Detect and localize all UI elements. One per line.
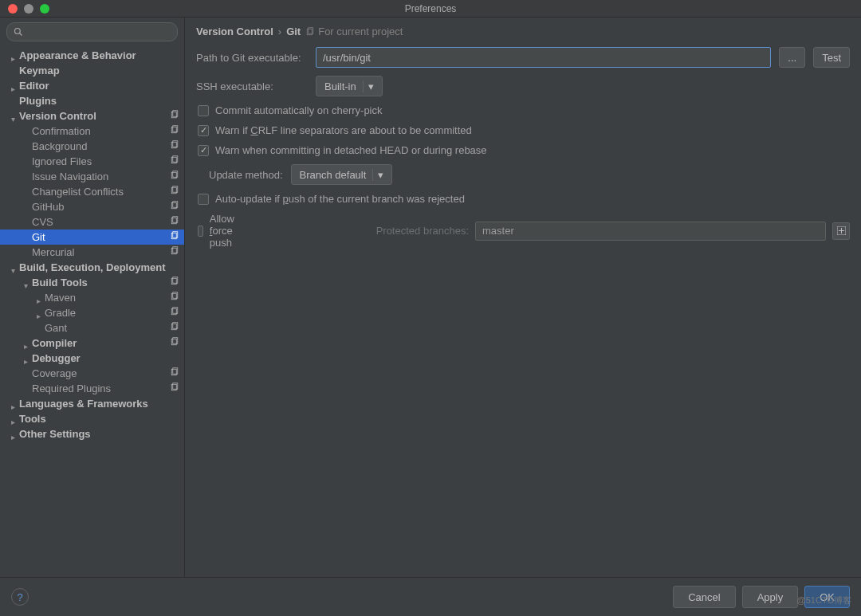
search-input[interactable]: [28, 26, 171, 38]
tree-item-git[interactable]: Git: [0, 230, 184, 245]
tree-item-plugins[interactable]: Plugins: [0, 93, 184, 108]
tree-label: Build, Execution, Deployment: [19, 261, 179, 273]
tree-item-debugger[interactable]: Debugger: [0, 351, 184, 366]
git-path-input[interactable]: [316, 47, 771, 68]
tree-item-build-tools[interactable]: Build Tools: [0, 275, 184, 290]
tree-label: Keymap: [19, 65, 179, 77]
project-scope-icon: [170, 337, 179, 349]
tree-item-changelist-conflicts[interactable]: Changelist Conflicts: [0, 184, 184, 199]
tree-label: Required Plugins: [32, 383, 170, 394]
browse-button[interactable]: ...: [779, 47, 805, 68]
tree-item-other-settings[interactable]: Other Settings: [0, 426, 184, 441]
arrow-none: [11, 67, 19, 75]
breadcrumb: Version Control › Git For current projec…: [185, 18, 861, 44]
tree-label: Background: [32, 140, 170, 152]
copy-icon: [305, 27, 315, 37]
arrow-none: [24, 173, 32, 181]
project-scope-icon: [170, 231, 179, 243]
arrow-none: [24, 143, 32, 151]
arrow-none: [24, 128, 32, 135]
arrow-collapsed-icon: [11, 415, 19, 423]
project-scope-icon: [170, 307, 179, 319]
minimize-window-button[interactable]: [24, 4, 33, 14]
content-pane: Version Control › Git For current projec…: [185, 18, 861, 577]
project-scope-icon: [170, 140, 179, 152]
path-row: Path to Git executable: ... Test: [196, 47, 850, 68]
warn-detached-label: Warn when committing in detached HEAD or…: [215, 144, 487, 156]
arrow-collapsed-icon: [11, 52, 19, 60]
tree-item-required-plugins[interactable]: Required Plugins: [0, 381, 184, 396]
arrow-none: [11, 97, 19, 105]
sidebar: Appearance & BehaviorKeymapEditorPlugins…: [0, 18, 185, 577]
test-button[interactable]: Test: [813, 47, 850, 68]
tree-label: Changelist Conflicts: [32, 186, 170, 198]
tree-item-build-execution-deployment[interactable]: Build, Execution, Deployment: [0, 260, 184, 275]
arrow-none: [24, 249, 32, 257]
commit-auto-checkbox[interactable]: [198, 105, 209, 116]
warn-detached-row: Warn when committing in detached HEAD or…: [196, 144, 850, 156]
protected-branches-input[interactable]: [475, 222, 826, 241]
project-scope-icon: [170, 292, 179, 304]
tree-label: Issue Navigation: [32, 171, 170, 182]
arrow-collapsed-icon: [37, 309, 45, 317]
breadcrumb-root: Version Control: [196, 26, 273, 37]
tree-item-editor[interactable]: Editor: [0, 78, 184, 93]
tree-label: Gradle: [45, 307, 170, 319]
ssh-dropdown[interactable]: Built-in ▾: [316, 76, 383, 96]
chevron-down-icon: ▾: [372, 169, 388, 181]
warn-crlf-row: Warn if CRLF line separators are about t…: [196, 124, 850, 136]
update-method-row: Update method: Branch default ▾: [196, 164, 850, 185]
commit-auto-row: Commit automatically on cherry-pick: [196, 104, 850, 116]
tree-item-version-control[interactable]: Version Control: [0, 108, 184, 124]
zoom-window-button[interactable]: [40, 4, 49, 14]
close-window-button[interactable]: [8, 4, 18, 14]
tree-item-background[interactable]: Background: [0, 139, 184, 154]
tree-item-issue-navigation[interactable]: Issue Navigation: [0, 169, 184, 184]
tree-item-tools[interactable]: Tools: [0, 411, 184, 426]
tree-label: Compiler: [32, 337, 170, 349]
tree-item-gant[interactable]: Gant: [0, 320, 184, 335]
tree-item-github[interactable]: GitHub: [0, 199, 184, 214]
tree-item-ignored-files[interactable]: Ignored Files: [0, 154, 184, 169]
apply-button[interactable]: Apply: [742, 586, 799, 608]
search-box[interactable]: [6, 22, 178, 41]
tree-item-gradle[interactable]: Gradle: [0, 305, 184, 320]
tree-label: Appearance & Behavior: [19, 49, 179, 61]
arrow-none: [24, 233, 32, 241]
force-push-row: Allow force push Protected branches:: [196, 213, 850, 249]
help-button[interactable]: ?: [11, 588, 29, 606]
cancel-button[interactable]: Cancel: [673, 586, 735, 608]
arrow-none: [24, 370, 32, 378]
tree-item-mercurial[interactable]: Mercurial: [0, 245, 184, 260]
update-method-dropdown[interactable]: Branch default ▾: [291, 164, 393, 185]
project-scope-icon: [170, 110, 179, 122]
warn-crlf-checkbox[interactable]: [198, 125, 209, 136]
tree-item-confirmation[interactable]: Confirmation: [0, 124, 184, 139]
tree-item-appearance-behavior[interactable]: Appearance & Behavior: [0, 48, 184, 63]
project-scope-icon: [170, 383, 179, 394]
warn-crlf-label: Warn if CRLF line separators are about t…: [215, 124, 472, 136]
warn-detached-checkbox[interactable]: [198, 145, 209, 156]
arrow-expanded-icon: [11, 112, 19, 120]
tree-item-keymap[interactable]: Keymap: [0, 63, 184, 78]
tree-label: Build Tools: [32, 277, 170, 288]
arrow-collapsed-icon: [11, 430, 19, 438]
commit-auto-label: Commit automatically on cherry-pick: [215, 104, 383, 116]
tree-label: Mercurial: [32, 246, 170, 258]
tree-item-compiler[interactable]: Compiler: [0, 335, 184, 351]
force-push-label: Allow force push: [210, 213, 240, 249]
tree-item-coverage[interactable]: Coverage: [0, 366, 184, 381]
force-push-checkbox[interactable]: [198, 226, 203, 237]
tree-label: Confirmation: [32, 125, 170, 137]
tree-item-maven[interactable]: Maven: [0, 290, 184, 305]
ok-button[interactable]: OK: [804, 586, 850, 608]
auto-update-checkbox[interactable]: [198, 194, 209, 205]
tree-label: CVS: [32, 216, 170, 228]
arrow-expanded-icon: [11, 264, 19, 272]
tree-item-languages-frameworks[interactable]: Languages & Frameworks: [0, 396, 184, 411]
add-protected-branch-button[interactable]: [832, 222, 850, 240]
main-area: Appearance & BehaviorKeymapEditorPlugins…: [0, 18, 861, 577]
tree-item-cvs[interactable]: CVS: [0, 214, 184, 230]
breadcrumb-separator: ›: [278, 26, 281, 37]
arrow-none: [24, 158, 32, 166]
